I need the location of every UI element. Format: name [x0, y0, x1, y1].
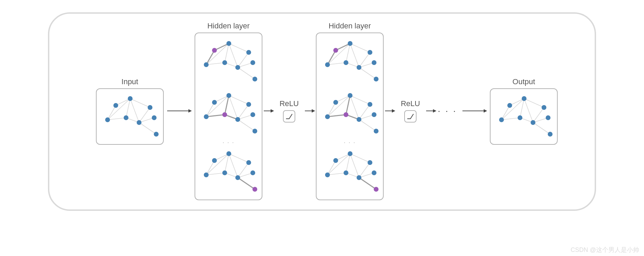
vertical-dots-1: · · · — [222, 141, 234, 143]
svg-line-8 — [139, 107, 150, 123]
svg-point-37 — [252, 77, 257, 81]
svg-line-124 — [359, 178, 376, 189]
svg-point-149 — [531, 120, 535, 125]
relu-label-1: ReLU — [280, 99, 299, 108]
svg-point-12 — [128, 96, 133, 101]
svg-point-69 — [226, 151, 231, 156]
svg-point-51 — [246, 102, 251, 107]
svg-line-40 — [206, 102, 214, 117]
svg-point-109 — [325, 114, 330, 119]
arrow-1 — [164, 111, 195, 111]
svg-line-46 — [238, 104, 249, 119]
svg-point-34 — [222, 60, 227, 65]
svg-point-49 — [212, 100, 217, 105]
relu-box-2 — [404, 110, 417, 123]
arrow-2a — [262, 111, 275, 111]
svg-point-108 — [368, 102, 372, 107]
svg-point-33 — [204, 62, 209, 67]
svg-line-42 — [206, 115, 225, 117]
svg-point-144 — [507, 103, 512, 108]
svg-line-119 — [346, 154, 350, 173]
svg-line-43 — [225, 95, 229, 115]
svg-point-147 — [499, 117, 504, 122]
svg-line-135 — [501, 105, 510, 120]
vertical-dots-2: · · · — [344, 141, 356, 143]
svg-line-80 — [327, 63, 346, 65]
svg-point-11 — [113, 103, 118, 108]
hidden-box-1: · · · — [195, 33, 262, 200]
input-label: Input — [122, 77, 138, 86]
hidden-block-2: Hidden layer · · · — [316, 22, 384, 200]
svg-point-52 — [204, 114, 209, 119]
svg-point-50 — [226, 93, 231, 98]
hidden-label-2: Hidden layer — [329, 22, 371, 30]
svg-line-21 — [206, 50, 214, 65]
hidden1-graph-a — [198, 37, 259, 85]
svg-point-146 — [542, 105, 546, 110]
svg-point-90 — [325, 62, 330, 67]
input-block: Input — [96, 77, 164, 145]
svg-line-84 — [359, 52, 370, 67]
svg-line-105 — [359, 119, 376, 131]
hidden-box-2: · · · — [316, 33, 384, 200]
svg-point-151 — [548, 132, 553, 137]
svg-line-138 — [520, 99, 524, 118]
svg-point-127 — [368, 160, 372, 165]
svg-line-118 — [327, 173, 346, 175]
relu-box-1 — [283, 110, 295, 123]
svg-point-18 — [154, 132, 159, 137]
svg-line-48 — [238, 119, 255, 131]
svg-point-17 — [152, 115, 157, 120]
svg-point-130 — [357, 175, 361, 180]
svg-point-54 — [235, 117, 240, 122]
hidden2-graph-c — [319, 148, 380, 195]
canvas: Input Hidden layer · · · ReLU — [0, 0, 644, 256]
input-box — [96, 88, 164, 145]
svg-line-10 — [139, 123, 156, 134]
hidden2-graph-b — [319, 89, 380, 137]
svg-point-30 — [212, 48, 217, 53]
svg-line-4 — [108, 118, 126, 120]
svg-point-31 — [226, 41, 231, 46]
svg-point-128 — [325, 172, 330, 177]
svg-point-131 — [372, 170, 376, 175]
svg-line-86 — [359, 67, 376, 79]
svg-point-68 — [212, 158, 217, 163]
svg-point-126 — [348, 151, 352, 156]
svg-line-143 — [533, 123, 550, 134]
output-box — [490, 88, 558, 145]
svg-line-62 — [225, 154, 229, 173]
output-label: Output — [512, 77, 535, 86]
relu-icon — [407, 113, 414, 120]
svg-line-137 — [501, 118, 520, 120]
svg-point-56 — [252, 129, 257, 133]
svg-line-103 — [359, 104, 370, 119]
svg-point-15 — [124, 115, 128, 120]
svg-line-59 — [206, 161, 214, 175]
svg-point-93 — [372, 60, 376, 65]
svg-line-122 — [359, 163, 370, 178]
svg-line-78 — [327, 50, 336, 65]
svg-line-67 — [238, 178, 255, 189]
relu-block-1: ReLU — [275, 99, 304, 123]
input-graph — [99, 92, 160, 140]
arrow-3a — [384, 111, 396, 111]
svg-point-106 — [333, 100, 338, 105]
svg-point-112 — [372, 112, 376, 117]
relu-icon — [285, 113, 293, 120]
svg-point-94 — [374, 77, 379, 81]
svg-point-75 — [252, 187, 257, 192]
svg-point-53 — [222, 112, 227, 117]
svg-line-23 — [206, 63, 225, 65]
svg-line-24 — [225, 43, 229, 63]
svg-point-13 — [148, 105, 152, 110]
hidden2-graph-a — [319, 37, 380, 85]
watermark: CSDN @这个男人是小帅 — [571, 246, 639, 254]
svg-point-111 — [357, 117, 361, 122]
svg-point-72 — [222, 170, 227, 175]
svg-point-14 — [105, 117, 110, 122]
svg-point-129 — [344, 170, 348, 175]
pipeline-row: Input Hidden layer · · · ReLU — [96, 18, 558, 203]
svg-point-88 — [348, 41, 352, 46]
svg-line-81 — [346, 43, 350, 63]
